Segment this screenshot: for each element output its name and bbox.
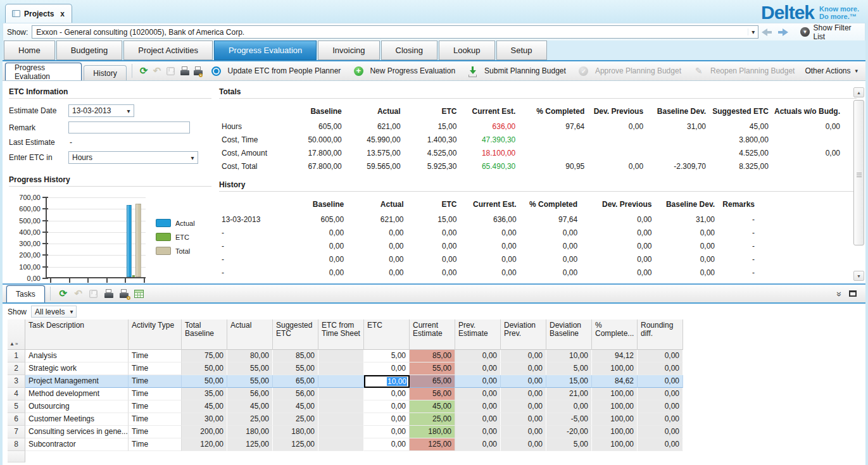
last-estimate-value: -: [68, 138, 211, 147]
table-row: Cost, Time50.000,0045.990,001.400,3047.3…: [219, 133, 843, 146]
estimate-date-label: Estimate Date: [9, 106, 68, 115]
remark-input[interactable]: [68, 121, 190, 133]
vertical-scrollbar[interactable]: ▲ ▼: [853, 87, 864, 281]
column-header-prev-estimate[interactable]: Prev. Estimate: [455, 319, 501, 350]
preview-icon[interactable]: [192, 65, 203, 77]
task-row[interactable]: 4Method developmentTime35,0056,0056,000,…: [8, 388, 683, 400]
task-row[interactable]: 2Strategic workTime50,0055,0055,000,0055…: [8, 363, 683, 375]
legend-label: ETC: [175, 233, 189, 241]
column-header-actual[interactable]: Actual: [227, 319, 273, 350]
ribbon-toolbar: Progress EvaluationHistory⟳↶Update ETC f…: [3, 61, 865, 81]
task-row[interactable]: 3Project ManagementTime50,0055,0065,0010…: [8, 375, 683, 388]
etc-information-column: ETC Information Estimate Date 13-03-2013…: [3, 81, 211, 283]
subtab-progress-evaluation[interactable]: Progress Evaluation: [5, 63, 82, 80]
legend-item: Total: [156, 247, 195, 255]
column-header-actual: Actual: [346, 197, 406, 213]
y-axis-label: 0,00: [9, 275, 41, 282]
column-header-activity-type[interactable]: Activity Type: [129, 319, 182, 350]
tasks-grid: ▲»Task DescriptionActivity TypeTotal Bas…: [8, 319, 683, 462]
main-tab-invoicing[interactable]: Invoicing: [318, 40, 379, 60]
column-header-task-description[interactable]: Task Description: [25, 319, 129, 350]
scroll-down-icon[interactable]: ▼: [853, 271, 864, 281]
main-tab-bar: HomeBudgetingProject ActivitiesProgress …: [3, 40, 865, 61]
chevron-down-icon: ▾: [123, 108, 134, 115]
main-tab-setup[interactable]: Setup: [496, 40, 547, 60]
print-icon[interactable]: [179, 65, 189, 77]
legend-label: Actual: [175, 220, 195, 227]
main-tab-project-activities[interactable]: Project Activities: [123, 40, 213, 60]
column-header-current-estimate[interactable]: Current Estimate: [410, 319, 455, 350]
show-filter-list-button[interactable]: ▼ Show Filter List: [800, 23, 862, 41]
main-tab-closing[interactable]: Closing: [381, 40, 437, 60]
target-icon[interactable]: [210, 65, 223, 77]
undo-icon: ↶: [152, 65, 163, 77]
table-row: -0,000,000,000,000,000,000,00-: [219, 252, 757, 266]
close-icon[interactable]: x: [60, 9, 65, 18]
submit-icon[interactable]: [467, 65, 479, 77]
legend-swatch-total: [156, 247, 171, 255]
main-tab-home[interactable]: Home: [4, 40, 55, 60]
collapse-pane-icon[interactable]: »: [836, 292, 843, 295]
project-selector[interactable]: Exxon - General consulting (1020005), Ba…: [32, 25, 758, 39]
refresh-icon[interactable]: ⟳: [139, 65, 149, 77]
column-header-total-baseline[interactable]: Total Baseline: [182, 319, 227, 350]
save-icon: [165, 65, 176, 77]
table-icon[interactable]: [133, 288, 146, 300]
grid-header-row: ▲»Task DescriptionActivity TypeTotal Bas…: [8, 319, 683, 350]
enter-etc-in-select[interactable]: Hours ▾: [68, 151, 198, 164]
task-row[interactable]: 5OutsourcingTime45,0045,0045,000,0045,00…: [8, 400, 683, 413]
column-header-deviation-prev[interactable]: Deviation Prev.: [501, 319, 546, 350]
task-row[interactable]: 6Customer MeetingsTime30,0025,0025,000,0…: [8, 413, 683, 426]
y-axis-label: 700,00: [9, 194, 41, 201]
column-header-etc-from-time-sheet[interactable]: ETC from Time Sheet: [318, 319, 364, 350]
column-header-dev-previous: Dev. Previous: [587, 104, 646, 120]
row-number: 5: [8, 400, 25, 413]
update-etc-from-people-planner-button[interactable]: Update ETC from People Planner: [204, 65, 346, 77]
grid-corner-cell[interactable]: ▲»: [8, 319, 25, 350]
new-progress-evaluation-button[interactable]: +New Progress Evaluation: [346, 65, 460, 77]
preview-icon[interactable]: [118, 288, 130, 300]
column-header-complete[interactable]: % Complete...: [592, 319, 638, 350]
pen-icon: ✎: [693, 65, 705, 77]
y-axis-label: 600,00: [9, 205, 41, 213]
maximize-pane-icon[interactable]: [849, 290, 857, 297]
y-axis-label: 400,00: [9, 228, 41, 236]
scrollbar-thumb[interactable]: [853, 100, 864, 245]
column-header-etc: ETC: [403, 104, 460, 120]
print-icon[interactable]: [103, 288, 115, 300]
other-actions-button[interactable]: Other Actions▾: [800, 66, 863, 75]
chevron-down-icon[interactable]: ▾: [748, 28, 758, 35]
forward-arrow-icon[interactable]: [777, 28, 789, 36]
legend-swatch-actual: [156, 219, 171, 227]
refresh-icon[interactable]: ⟳: [57, 288, 70, 300]
main-tab-lookup[interactable]: Lookup: [439, 40, 495, 60]
projects-window-tab[interactable]: Projects x: [5, 4, 72, 23]
task-row[interactable]: 8SubcontractorTime120,00125,00125,000,00…: [8, 438, 683, 451]
form-icon: [12, 10, 20, 17]
history-title: History: [219, 180, 857, 192]
plus-icon[interactable]: +: [352, 65, 365, 77]
column-header-rounding-diff[interactable]: Rounding diff.: [638, 319, 683, 350]
main-tab-budgeting[interactable]: Budgeting: [56, 40, 123, 60]
level-select[interactable]: All levels ▾: [31, 306, 77, 318]
column-header-etc[interactable]: ETC: [364, 319, 410, 350]
row-number-stub: [8, 451, 25, 462]
back-arrow-icon[interactable]: [761, 28, 772, 36]
progress-history-chart: 0,00100,00200,00300,00400,00500,00600,00…: [9, 192, 205, 294]
filter-bar: Show: Exxon - General consulting (102000…: [3, 23, 865, 40]
column-header-deviation-baseline[interactable]: Deviation Baseline: [546, 319, 592, 350]
subtab-history[interactable]: History: [84, 65, 126, 80]
etc-edit-cell[interactable]: 10,00: [364, 375, 410, 388]
tab-tasks[interactable]: Tasks: [6, 285, 45, 302]
chart-plot: [46, 197, 146, 278]
tasks-toolbar: Tasks ⟳↶ »: [3, 285, 865, 304]
column-header-blank: [219, 197, 288, 213]
task-row[interactable]: 1AnalysisTime75,0080,0085,005,0085,000,0…: [8, 350, 683, 363]
y-axis-label: 200,00: [9, 251, 41, 259]
task-row[interactable]: 7Consulting services in gene...Time200,0…: [8, 426, 683, 438]
column-header-suggested-etc[interactable]: Suggested ETC: [273, 319, 318, 350]
submit-planning-budget-button[interactable]: Submit Planning Budget: [460, 65, 571, 77]
main-tab-progress-evaluation[interactable]: Progress Evaluation: [214, 40, 317, 60]
scroll-up-icon[interactable]: ▲: [853, 87, 864, 97]
estimate-date-select[interactable]: 13-03-2013 ▾: [68, 104, 134, 117]
